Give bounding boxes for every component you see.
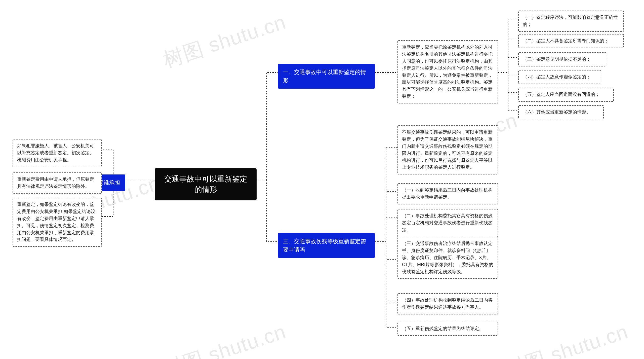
mindmap-branch-3[interactable]: 三、交通事故伤残等级重新鉴定需要申请吗: [278, 233, 375, 258]
branch-1-desc-leaf[interactable]: 重新鉴定，应当委托原鉴定机构以外的列入司法鉴定机构名册的其他司法鉴定机构进行委托…: [397, 40, 498, 103]
branch-3-leaf-2[interactable]: （一）收到鉴定结果后三日内向事故处理机构提出要求重新申请鉴定。: [397, 183, 498, 204]
mindmap-root[interactable]: 交通事故中可以重新鉴定的情形: [155, 168, 257, 200]
branch-3-leaf-4[interactable]: （三）交通事故伤者治疗终结后携带事故认定书、身份度证复印件、就诊资料问（包括门诊…: [397, 237, 498, 279]
branch-2-leaf-2[interactable]: 重新鉴定费用由申请人承担，但原鉴定具有法律规定违法鉴定情形的除外。: [13, 172, 102, 194]
branch-1-leaf-3[interactable]: （三）鉴定意见明显依据不足的；: [518, 52, 606, 66]
branch-1-leaf-5[interactable]: （五）鉴定人应当回避而没有回避的；: [518, 88, 614, 102]
branch-3-leaf-5[interactable]: （四）事故处理机构收到鉴定结论后二日内将伤者伤残鉴定结果送达事故各方当事人。: [397, 293, 498, 314]
branch-3-leaf-6[interactable]: （五）重新伤残鉴定的结果为终结评定。: [397, 322, 498, 336]
branch-2-leaf-3[interactable]: 重新鉴定，如果鉴定结论有改变的，鉴定费用由公安机关承担;如果鉴定结论没有改变，鉴…: [13, 198, 102, 247]
branch-3-leaf-1[interactable]: 不服交通事故伤残鉴定结果的，可以申请重新鉴定，但为了保证交通事故能够尽快解决，重…: [397, 125, 498, 174]
branch-3-leaf-3[interactable]: （二）事故处理机构委托其它具有资格的伤残鉴定百定机构对交通事故伤者进行重新伤残鉴…: [397, 209, 498, 237]
branch-1-leaf-2[interactable]: （二）鉴定人不具备鉴定所需专门知识的；: [518, 34, 624, 48]
branch-2-leaf-1[interactable]: 如果犯罪嫌疑人、被害人、公安机关可以补充鉴定或者重新鉴定。初次鉴定、检测费用由公…: [13, 139, 102, 167]
branch-1-leaf-1[interactable]: （一）鉴定程序违法，可能影响鉴定意见正确性的；: [518, 11, 624, 32]
branch-1-leaf-4[interactable]: （四）鉴定人故意作虚假鉴定的；: [518, 70, 601, 84]
branch-1-leaf-6[interactable]: （六）其他应当重新鉴定的情形。: [518, 105, 604, 119]
mindmap-branch-1[interactable]: 一、交通事故中可以重新鉴定的情形: [278, 64, 375, 89]
